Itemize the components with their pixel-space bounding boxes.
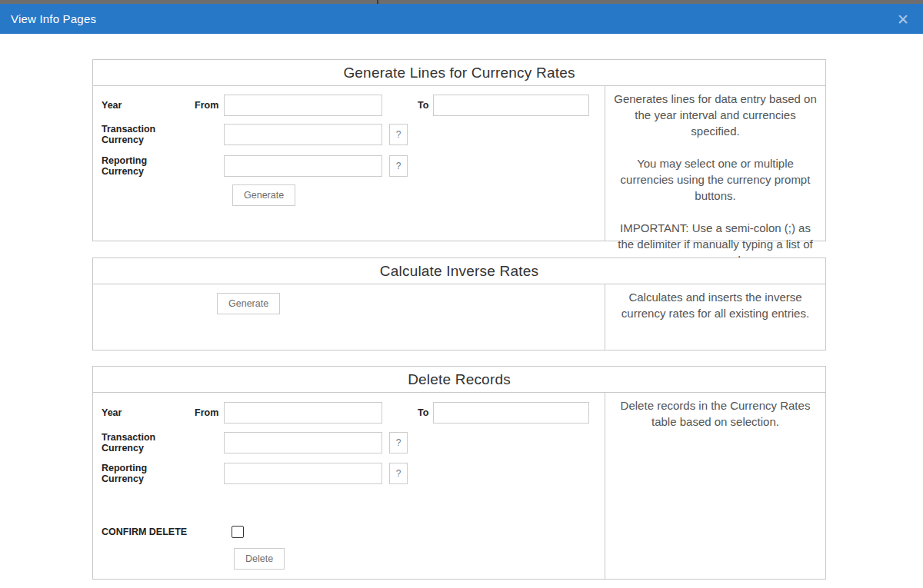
titlebar: View Info Pages ✕ <box>0 4 923 34</box>
generate-lines-form: Year From To Transaction Currency ? Repo… <box>93 86 605 241</box>
delete-reporting-currency-input[interactable] <box>224 463 382 484</box>
year-label: Year <box>102 100 195 111</box>
generate-lines-panel-body: Year From To Transaction Currency ? Repo… <box>93 86 825 241</box>
transaction-currency-prompt-button[interactable]: ? <box>389 124 408 145</box>
year-row: Year From To <box>102 402 605 424</box>
help-paragraph: Delete records in the Currency Rates tab… <box>613 397 818 430</box>
page-title: View Info Pages <box>11 12 96 25</box>
year-row: Year From To <box>102 95 605 116</box>
reporting-currency-prompt-button[interactable]: ? <box>389 155 408 177</box>
delete-records-form: Year From To Transaction Currency ? Repo… <box>93 393 605 579</box>
calculate-inverse-rates-panel-title: Calculate Inverse Rates <box>93 258 825 284</box>
from-label: From <box>195 407 224 418</box>
generate-button-row: Generate <box>232 184 605 206</box>
delete-year-from-input[interactable] <box>224 402 382 424</box>
help-paragraph: Generates lines for data entry based on … <box>613 91 818 139</box>
confirm-delete-row: CONFIRM DELETE <box>102 526 605 538</box>
reporting-currency-prompt-button[interactable]: ? <box>389 463 408 484</box>
confirm-delete-label: CONFIRM DELETE <box>102 527 195 537</box>
delete-records-panel-title: Delete Records <box>93 367 825 393</box>
delete-year-to-input[interactable] <box>433 402 589 424</box>
to-label: To <box>418 100 433 111</box>
calculate-inverse-rates-panel: Calculate Inverse Rates Generate Calcula… <box>92 257 826 350</box>
from-label: From <box>195 100 224 111</box>
transaction-currency-row: Transaction Currency ? <box>102 124 605 145</box>
reporting-currency-label: Reporting Currency <box>102 463 195 484</box>
to-label: To <box>418 407 433 418</box>
reporting-currency-input[interactable] <box>224 155 382 177</box>
reporting-currency-label: Reporting Currency <box>102 155 195 177</box>
calculate-inverse-rates-form: Generate <box>93 284 605 350</box>
calculate-inverse-rates-panel-body: Generate Calculates and inserts the inve… <box>93 284 825 350</box>
generate-lines-panel-title: Generate Lines for Currency Rates <box>93 60 825 86</box>
year-from-input[interactable] <box>224 95 382 116</box>
delete-records-panel: Delete Records Year From To Transaction … <box>92 366 826 580</box>
view-info-pages-window: View Info Pages ✕ Generate Lines for Cur… <box>0 0 923 588</box>
calculate-inverse-rates-help: Calculates and inserts the inverse curre… <box>605 284 825 350</box>
delete-button[interactable]: Delete <box>234 548 285 570</box>
delete-transaction-currency-input[interactable] <box>224 432 382 453</box>
transaction-currency-label: Transaction Currency <box>102 432 195 453</box>
delete-records-panel-body: Year From To Transaction Currency ? Repo… <box>93 393 825 579</box>
year-label: Year <box>102 407 195 418</box>
inverse-generate-button[interactable]: Generate <box>217 293 280 314</box>
delete-button-row: Delete <box>234 548 605 570</box>
confirm-delete-checkbox-wrap <box>232 526 244 538</box>
reporting-currency-row: Reporting Currency ? <box>102 155 605 177</box>
transaction-currency-input[interactable] <box>224 124 382 145</box>
generate-button-row: Generate <box>217 293 605 314</box>
reporting-currency-row: Reporting Currency ? <box>102 463 605 484</box>
generate-lines-panel: Generate Lines for Currency Rates Year F… <box>92 59 826 241</box>
transaction-currency-prompt-button[interactable]: ? <box>389 432 408 453</box>
transaction-currency-row: Transaction Currency ? <box>102 432 605 453</box>
content-area: Generate Lines for Currency Rates Year F… <box>0 34 923 588</box>
help-paragraph: Calculates and inserts the inverse curre… <box>613 289 818 321</box>
help-paragraph: You may select one or multiple currencie… <box>613 155 818 204</box>
delete-records-help: Delete records in the Currency Rates tab… <box>605 393 825 579</box>
year-to-input[interactable] <box>433 95 589 116</box>
transaction-currency-label: Transaction Currency <box>102 124 195 145</box>
generate-button[interactable]: Generate <box>232 184 295 206</box>
confirm-delete-checkbox[interactable] <box>232 526 244 538</box>
close-icon[interactable]: ✕ <box>897 12 909 26</box>
generate-lines-help: Generates lines for data entry based on … <box>605 86 825 241</box>
